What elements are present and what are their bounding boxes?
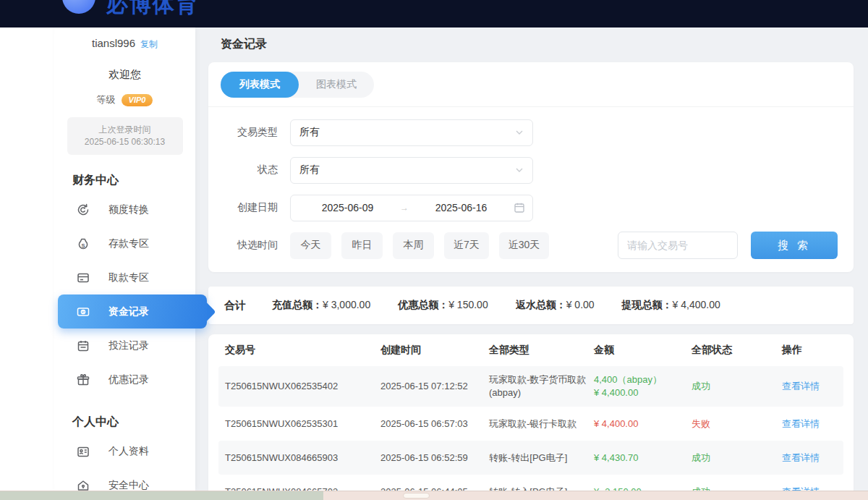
bet-record-icon: [76, 339, 90, 353]
sidebar-item-label: 安全中心: [109, 479, 149, 492]
summary-rebate-total: 返水总额：¥ 0.00: [516, 299, 595, 312]
cell-status: 成功: [685, 380, 775, 393]
scrollbar-handle[interactable]: [403, 493, 430, 499]
section-title-personal: 个人中心: [72, 415, 195, 430]
view-details-link[interactable]: 查看详情: [782, 418, 820, 429]
summary-promo-total: 优惠总额：¥ 150.00: [398, 299, 488, 312]
col-header-status: 全部状态: [685, 344, 775, 357]
transaction-id-input[interactable]: [618, 232, 738, 259]
summary-item-value: ¥ 4,400.00: [673, 299, 720, 310]
cell-type: 玩家取款-银行卡取款: [482, 418, 587, 431]
tab-group: 列表模式 图表模式: [221, 72, 374, 98]
quick-today-button[interactable]: 今天: [290, 232, 331, 259]
brand-title: 必博体育: [106, 0, 199, 20]
sidebar-item-funds-record[interactable]: $ 资金记录: [58, 295, 207, 329]
sidebar-item-profile[interactable]: 个人资料: [54, 434, 195, 468]
table-header-row: 交易号 创建时间 全部类型 金额 全部状态 操作: [218, 334, 843, 366]
type-line1: 玩家取款-数字货币取款: [489, 373, 587, 386]
filters-body: 交易类型 所有 状态 所有: [208, 107, 854, 264]
status-filter-label: 状态: [208, 164, 278, 177]
col-header-time: 创建时间: [374, 344, 482, 357]
table-row: T250615NWUX062535402 2025-06-15 07:12:52…: [218, 366, 843, 407]
date-range-picker[interactable]: 2025-06-09 → 2025-06-16: [290, 195, 533, 221]
cell-status: 失败: [685, 418, 775, 431]
vip-badge: VIP0: [122, 94, 153, 106]
status-select[interactable]: 所有: [290, 157, 533, 184]
view-details-link[interactable]: 查看详情: [782, 452, 820, 463]
search-button[interactable]: 搜 索: [751, 232, 838, 259]
profile-icon: [76, 444, 90, 459]
summary-item-value: ¥ 150.00: [448, 299, 488, 310]
sidebar-item-promo-record[interactable]: 优惠记录: [54, 363, 195, 397]
user-row: tiansl996复制: [54, 27, 195, 51]
withdraw-icon: [76, 271, 90, 285]
type-filter-label: 交易类型: [208, 126, 278, 139]
quick-this-week-button[interactable]: 本周: [393, 232, 434, 259]
summary-item-value: ¥ 0.00: [566, 299, 595, 310]
sidebar-item-deposit[interactable]: S 存款专区: [54, 226, 195, 260]
main-content: 资金记录 列表模式 图表模式 交易类型 所有: [195, 27, 868, 500]
level-row: 等级VIP0: [54, 93, 195, 106]
amount-line1: 4,400（abpay）: [594, 373, 685, 386]
sidebar-item-label: 投注记录: [109, 339, 149, 352]
quick-filter-label: 快选时间: [208, 239, 278, 252]
welcome-text: 欢迎您: [54, 68, 195, 82]
type-select[interactable]: 所有: [290, 119, 533, 146]
cell-amount: ¥ 4,400.00: [587, 418, 685, 431]
sidebar-item-bet-record[interactable]: 投注记录: [54, 329, 195, 363]
cell-created-time: 2025-06-15 06:52:59: [374, 452, 482, 465]
cell-created-time: 2025-06-15 06:57:03: [374, 418, 482, 431]
type-line2: (abpay): [489, 386, 587, 399]
calendar-icon: [514, 202, 525, 213]
date-range-arrow: →: [397, 203, 412, 213]
sidebar-item-exchange[interactable]: 额度转换: [54, 192, 195, 226]
view-mode-tabs: 列表模式 图表模式: [208, 62, 854, 107]
date-filter-label: 创建日期: [208, 201, 278, 214]
quick-last30days-button[interactable]: 近30天: [499, 232, 550, 259]
page-title: 资金记录: [221, 37, 267, 52]
cell-type: 转账-转出[PG电子]: [482, 452, 587, 465]
summary-item-label: 提现总额：: [622, 299, 673, 310]
sidebar-item-label: 存款专区: [109, 237, 149, 250]
quick-last7days-button[interactable]: 近7天: [444, 232, 489, 259]
summary-item-value: ¥ 3,000.00: [323, 299, 370, 310]
sidebar-item-label: 取款专区: [109, 271, 149, 284]
table-row: T250615NWUX062535301 2025-06-15 06:57:03…: [218, 407, 843, 441]
summary-total-label: 合计: [224, 299, 246, 313]
tab-chart-mode[interactable]: 图表模式: [299, 72, 374, 98]
filter-row-type: 交易类型 所有: [208, 114, 854, 151]
username: tiansl996: [92, 37, 135, 49]
top-bar: 必博体育: [0, 0, 868, 27]
filter-row-date: 创建日期 2025-06-09 → 2025-06-16: [208, 189, 854, 226]
section-title-finance: 财务中心: [72, 173, 195, 188]
level-label: 等级: [97, 94, 116, 105]
tab-list-mode[interactable]: 列表模式: [221, 72, 299, 98]
sidebar-item-withdraw[interactable]: 取款专区: [54, 260, 195, 295]
sidebar-item-label: 额度转换: [109, 203, 149, 216]
amount-line2: ¥ 4,400.00: [594, 386, 685, 399]
filter-row-status: 状态 所有: [208, 151, 854, 189]
date-to-value: 2025-06-16: [412, 202, 511, 213]
copy-username-button[interactable]: 复制: [140, 39, 158, 49]
svg-text:S: S: [81, 242, 85, 248]
cell-status: 成功: [685, 452, 775, 465]
type-select-value: 所有: [299, 126, 320, 139]
sidebar-item-label: 个人资料: [109, 445, 149, 458]
chevron-down-icon: [515, 128, 524, 137]
view-details-link[interactable]: 查看详情: [782, 381, 820, 391]
quick-yesterday-button[interactable]: 昨日: [341, 232, 383, 259]
sidebar-item-label: 资金记录: [109, 305, 149, 318]
summary-withdraw-total: 提现总额：¥ 4,400.00: [622, 299, 720, 312]
chevron-down-icon: [515, 166, 524, 174]
cell-amount: ¥ 4,430.70: [587, 452, 685, 465]
filter-row-quick: 快选时间 今天 昨日 本周 近7天 近30天 搜 索: [208, 226, 854, 264]
transactions-table: 交易号 创建时间 全部类型 金额 全部状态 操作 T250615NWUX0625…: [208, 334, 854, 500]
sidebar-item-label: 优惠记录: [109, 373, 149, 386]
cell-amount: 4,400（abpay） ¥ 4,400.00: [587, 373, 685, 399]
brand-logo-icon: [62, 0, 95, 14]
last-login-box: 上次登录时间 2025-06-15 06:30:13: [67, 117, 183, 155]
sidebar: tiansl996复制 欢迎您 等级VIP0 上次登录时间 2025-06-15…: [54, 27, 195, 491]
filters-card: 列表模式 图表模式 交易类型 所有 状态: [208, 62, 854, 272]
summary-deposit-total: 充值总额：¥ 3,000.00: [272, 299, 370, 312]
cell-created-time: 2025-06-15 07:12:52: [374, 380, 482, 393]
